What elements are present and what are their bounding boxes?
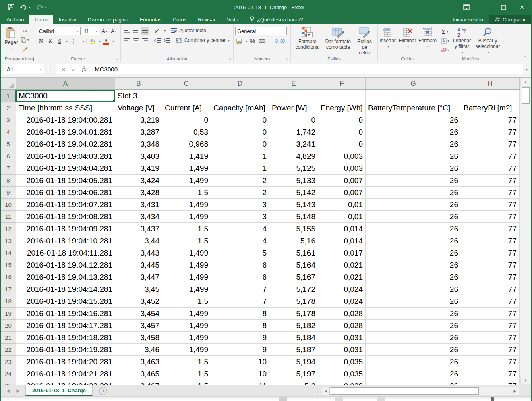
collapse-ribbon-icon[interactable]: ⌃ [524, 55, 527, 60]
cell-C25[interactable]: 1,5 [162, 380, 211, 385]
column-header-D[interactable]: D [211, 78, 269, 89]
cell-C3[interactable]: 0 [162, 114, 211, 126]
cell-E6[interactable]: 4,829 [269, 150, 318, 162]
row-header-14[interactable]: 14 [1, 247, 16, 259]
increase-indent-icon[interactable] [163, 36, 171, 44]
cell-F10[interactable]: 0,01 [318, 199, 366, 211]
cell-A1[interactable]: MC3000 [16, 90, 115, 102]
cell-G17[interactable]: 26 [366, 283, 461, 295]
cell-C23[interactable]: 1,5 [162, 356, 211, 368]
row-header-24[interactable]: 24 [1, 368, 16, 380]
row-header-11[interactable]: 11 [1, 211, 16, 223]
cell-F11[interactable]: 0,01 [318, 211, 366, 223]
bold-button[interactable]: N [37, 37, 45, 45]
cell-D20[interactable]: 8 [211, 320, 269, 332]
cut-icon[interactable]: ✂ [21, 27, 29, 35]
cell-E4[interactable]: 1,742 [269, 126, 318, 138]
row-header-3[interactable]: 3 [1, 114, 16, 126]
cell-F22[interactable]: 0,031 [318, 344, 366, 356]
orientation-icon[interactable]: a [153, 27, 161, 35]
formula-bar-expand-icon[interactable]: ▾ [523, 67, 530, 71]
cell-F16[interactable]: 0,021 [318, 271, 366, 283]
cell-G24[interactable]: 26 [366, 368, 461, 380]
prev-sheet-icon[interactable]: ◀ [6, 388, 10, 393]
cell-B17[interactable]: 3,45 [115, 283, 162, 295]
cell-C7[interactable]: 1,499 [162, 162, 211, 175]
cell-C2[interactable]: Current [A] [162, 102, 211, 114]
cell-H4[interactable]: 77 [461, 126, 520, 138]
cell-H10[interactable]: 77 [461, 199, 520, 211]
cell-B9[interactable]: 3,428 [115, 187, 162, 199]
cell-H18[interactable]: 77 [461, 295, 520, 308]
cell-D17[interactable]: 7 [211, 283, 269, 295]
cell-A4[interactable]: 2016-01-18 19:04:01.281 [16, 126, 115, 138]
select-all-corner[interactable] [1, 78, 16, 89]
zoom-slider-handle[interactable] [491, 397, 494, 401]
cell-G21[interactable]: 26 [366, 332, 461, 344]
tellme-box[interactable]: ¿Qué desea hacer? [244, 15, 309, 24]
cell-H12[interactable]: 77 [461, 223, 520, 235]
cell-C6[interactable]: 1,419 [162, 150, 211, 162]
cell-H5[interactable]: 77 [461, 138, 520, 150]
row-header-22[interactable]: 22 [1, 344, 16, 356]
format-painter-icon[interactable] [21, 45, 29, 52]
cell-E7[interactable]: 5,125 [269, 162, 318, 175]
scroll-up-icon[interactable]: ▲ [520, 78, 531, 87]
row-header-16[interactable]: 16 [1, 271, 16, 283]
cell-F25[interactable]: 0,038 [318, 380, 366, 385]
row-header-13[interactable]: 13 [1, 235, 16, 247]
cell-H22[interactable]: 77 [461, 344, 520, 356]
underline-button[interactable]: S [56, 37, 64, 45]
cell-E17[interactable]: 5,172 [269, 283, 318, 295]
cell-D15[interactable]: 6 [211, 259, 269, 271]
align-right-icon[interactable] [141, 36, 149, 44]
vertical-scrollbar[interactable]: ▲ ▼ [520, 78, 531, 385]
cell-F24[interactable]: 0,035 [318, 368, 366, 380]
cell-H9[interactable]: 77 [461, 187, 520, 199]
cell-B2[interactable]: Voltage [V] [115, 102, 162, 114]
cell-F17[interactable]: 0,024 [318, 283, 366, 295]
numero-dialog-launcher[interactable] [285, 57, 289, 61]
cell-C21[interactable]: 1,499 [162, 332, 211, 344]
cell-F19[interactable]: 0,028 [318, 308, 366, 320]
cell-E24[interactable]: 5,197 [269, 368, 318, 380]
cell-C19[interactable]: 1,499 [162, 308, 211, 320]
italic-button[interactable]: K [46, 37, 54, 45]
cell-B16[interactable]: 3,447 [115, 271, 162, 283]
format-cells-button[interactable]: Formato ▾ [418, 26, 438, 50]
cell-F7[interactable]: 0,003 [318, 162, 366, 175]
delete-cells-button[interactable]: Eliminar ▾ [397, 26, 418, 50]
row-header-19[interactable]: 19 [1, 308, 16, 320]
name-box-dropdown-icon[interactable]: ▾ [40, 67, 41, 71]
cell-C24[interactable]: 1,5 [162, 368, 211, 380]
column-header-C[interactable]: C [162, 78, 211, 89]
column-header-B[interactable]: B [115, 78, 162, 89]
column-header-A[interactable]: A [16, 78, 115, 89]
enter-icon[interactable]: ✓ [72, 66, 77, 73]
cell-C5[interactable]: 0,968 [162, 138, 211, 150]
conditional-format-button[interactable]: ≠ Formato condicional [292, 26, 323, 52]
cell-G6[interactable]: 26 [366, 150, 461, 162]
cell-C18[interactable]: 1,5 [162, 295, 211, 308]
align-left-icon[interactable] [122, 36, 130, 44]
cell-B3[interactable]: 3,219 [115, 114, 162, 126]
formula-input[interactable]: MC3000 [91, 64, 523, 74]
tab-vista[interactable]: Vista [221, 15, 244, 24]
cell-D5[interactable]: 0 [211, 138, 269, 150]
cell-A24[interactable]: 2016-01-18 19:04:21.281 [16, 368, 115, 380]
cell-F21[interactable]: 0,031 [318, 332, 366, 344]
increase-decimal-icon[interactable]: ←,0 [270, 37, 278, 45]
fill-color-dropdown-icon[interactable]: ▾ [99, 39, 101, 43]
cell-E19[interactable]: 5,178 [269, 308, 318, 320]
cell-B15[interactable]: 3,445 [115, 259, 162, 271]
cell-G22[interactable]: 26 [366, 344, 461, 356]
column-header-F[interactable]: F [318, 78, 366, 89]
cell-H24[interactable]: 77 [461, 368, 520, 380]
cell-H1[interactable] [461, 90, 520, 102]
tab-diseno[interactable]: Diseño de página [82, 15, 134, 24]
cell-G1[interactable] [366, 90, 461, 102]
cell-H14[interactable]: 77 [461, 247, 520, 259]
cell-C20[interactable]: 1,499 [162, 320, 211, 332]
cell-F2[interactable]: Energy [Wh] [318, 102, 366, 114]
name-box[interactable]: A1 ▾ [4, 64, 44, 74]
